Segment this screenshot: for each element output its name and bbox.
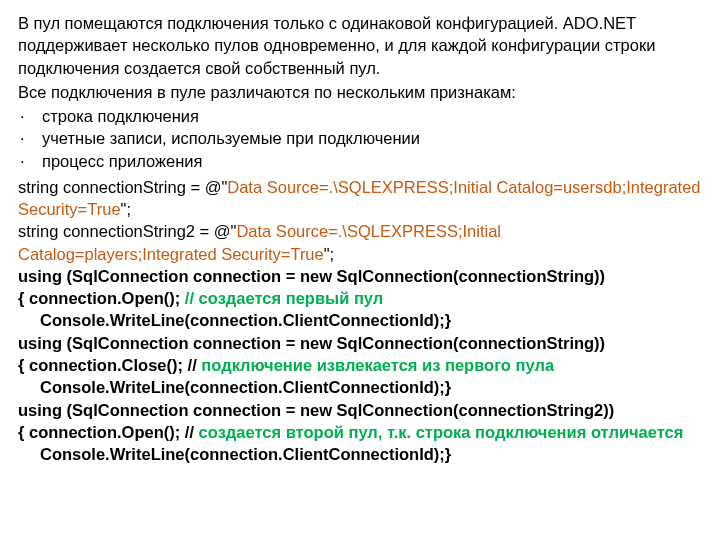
using-block-1-header: using (SqlConnection connection = new Sq… xyxy=(18,265,702,287)
using-block-2-line: { connection.Close(); // подключение изв… xyxy=(18,354,702,376)
code-text: { connection.Open(); xyxy=(18,289,185,307)
using-block-1-line: Console.WriteLine(connection.ClientConne… xyxy=(18,309,702,331)
using-block-2-header: using (SqlConnection connection = new Sq… xyxy=(18,332,702,354)
bullet-dot-icon: · xyxy=(18,127,42,149)
code-text: "; xyxy=(121,200,131,218)
bullet-text: учетные записи, используемые при подключ… xyxy=(42,127,702,149)
using-block-1-line: { connection.Open(); // создается первый… xyxy=(18,287,702,309)
connection-string-1: string connectionString = @"Data Source=… xyxy=(18,176,702,221)
bullet-text: строка подключения xyxy=(42,105,702,127)
bullet-list: · строка подключения · учетные записи, и… xyxy=(18,105,702,172)
list-item: · учетные записи, используемые при подкл… xyxy=(18,127,702,149)
bullet-dot-icon: · xyxy=(18,105,42,127)
code-comment: // создается первый пул xyxy=(185,289,383,307)
code-text: { connection.Open(); // xyxy=(18,423,199,441)
code-text: "; xyxy=(324,245,334,263)
bullet-dot-icon: · xyxy=(18,150,42,172)
list-item: · процесс приложения xyxy=(18,150,702,172)
code-comment: подключение извлекается из первого пула xyxy=(201,356,554,374)
using-block-3-line: Console.WriteLine(connection.ClientConne… xyxy=(18,443,702,465)
code-text: string connectionString2 = @" xyxy=(18,222,236,240)
connection-string-2: string connectionString2 = @"Data Source… xyxy=(18,220,702,265)
using-block-2-line: Console.WriteLine(connection.ClientConne… xyxy=(18,376,702,398)
intro-paragraph-2: Все подключения в пуле различаются по не… xyxy=(18,81,702,103)
code-text: { connection.Close(); // xyxy=(18,356,201,374)
code-text: string connectionString = @" xyxy=(18,178,227,196)
using-block-3-line: { connection.Open(); // создается второй… xyxy=(18,421,702,443)
list-item: · строка подключения xyxy=(18,105,702,127)
intro-paragraph-1: В пул помещаются подключения только с од… xyxy=(18,12,702,79)
bullet-text: процесс приложения xyxy=(42,150,702,172)
using-block-3-header: using (SqlConnection connection = new Sq… xyxy=(18,399,702,421)
code-comment: создается второй пул, т.к. строка подклю… xyxy=(199,423,684,441)
